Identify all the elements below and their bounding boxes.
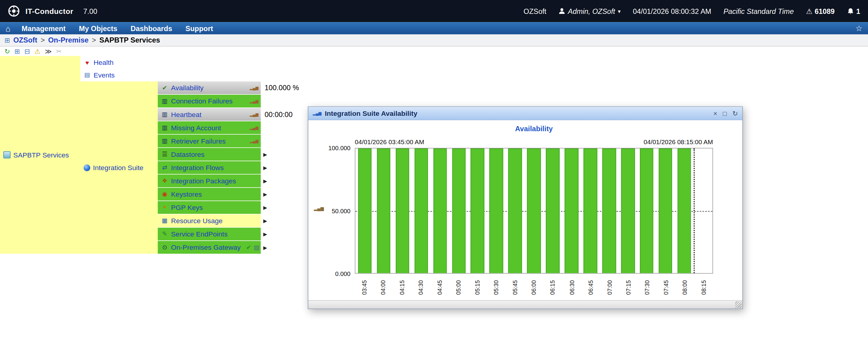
chart-mini-icon[interactable]: ▂▄▆ — [250, 99, 258, 103]
chart-bar-slot — [656, 148, 675, 273]
chart-bar-slot — [581, 148, 600, 273]
gateway-icon: ⊙ — [161, 244, 168, 251]
x-tick: 05:15 — [468, 277, 487, 301]
tree-item-events[interactable]: ▤ Events — [80, 69, 158, 81]
x-tick: 07:15 — [619, 277, 638, 301]
chart-bar-slot — [487, 148, 506, 273]
tree-item-health-link[interactable]: Health — [93, 58, 113, 66]
chart-mini-icon[interactable]: ▂▄▆ — [250, 113, 258, 116]
chart-range-labels: 04/01/2026 03:45:00 AM 04/01/2026 08:15:… — [355, 138, 713, 145]
tree-view-icon[interactable]: ⊞ — [14, 48, 20, 55]
metric-cell-connection-failures[interactable]: ▥Connection Failures▂▄▆ — [158, 95, 261, 107]
tree-group-cell[interactable]: Integration Suite — [80, 81, 158, 254]
breadcrumb-item-on-premise[interactable]: On-Premise — [48, 36, 89, 44]
x-tick-label: 04:45 — [436, 280, 443, 295]
breadcrumb-item-ozsoft[interactable]: OZSoft — [13, 36, 37, 44]
expand-arrow[interactable]: ▶ — [261, 241, 270, 254]
chart-bar-slot — [600, 148, 618, 273]
heartbeat-value: 00:00:00 — [265, 108, 293, 121]
resize-handle[interactable] — [735, 301, 742, 308]
metric-cell-availability[interactable]: ✔Availability▂▄▆ — [158, 81, 261, 94]
expand-arrow[interactable]: ▶ — [261, 148, 270, 161]
metric-link-retriever-failures[interactable]: Retriever Failures — [171, 137, 226, 145]
grid-view-icon[interactable]: ⊟ — [24, 48, 30, 55]
org-name[interactable]: OZSoft — [524, 7, 547, 16]
expand-arrow[interactable]: ▶ — [261, 161, 270, 174]
x-tick-label: 04:00 — [380, 280, 386, 295]
metric-cell-resource-usage[interactable]: ▦Resource Usage — [158, 215, 261, 227]
favorite-star-icon[interactable]: ☆ — [856, 24, 863, 33]
metric-link-availability[interactable]: Availability — [171, 84, 204, 92]
chart-bar — [584, 148, 597, 273]
check-icon: ✔ — [161, 84, 168, 91]
metric-link-heartbeat[interactable]: Heartbeat — [171, 110, 202, 118]
window-title-bar[interactable]: ▂▄▆ Integration Suite Availability ×□↻ — [308, 107, 742, 120]
metric-link-integration-packages[interactable]: Integration Packages — [171, 177, 236, 185]
user-menu[interactable]: Admin, OZSoft ▾ — [558, 7, 621, 16]
metric-link-integration-flows[interactable]: Integration Flows — [171, 164, 224, 172]
metric-cell-pgp-keys[interactable]: ✦PGP Keys — [158, 201, 261, 214]
metric-link-missing-account[interactable]: Missing Account — [171, 124, 221, 132]
metric-link-on-premises-gateway[interactable]: On-Premises Gateway — [171, 244, 241, 251]
chart-mini-icon[interactable]: ▂▄▆ — [250, 86, 258, 90]
x-tick: 06:30 — [562, 277, 581, 301]
expand-arrow[interactable]: ▶ — [261, 201, 270, 214]
home-icon[interactable]: ⌂ — [5, 24, 10, 33]
expand-all-icon[interactable]: ≫ — [45, 48, 52, 55]
tree-root-link[interactable]: SAPBTP Services — [13, 151, 69, 159]
metric-link-datastores[interactable]: Datastores — [171, 150, 205, 158]
x-tick-label: 03:45 — [361, 280, 368, 295]
metric-cell-on-premises-gateway[interactable]: ⊙On-Premises Gateway✔▤ — [158, 241, 261, 254]
nav-item-management[interactable]: Management — [22, 24, 66, 33]
window-refresh-icon[interactable]: ↻ — [733, 110, 738, 117]
datetime: 04/01/2026 08:00:32 AM — [633, 7, 711, 16]
metric-line-availability: ✔Availability▂▄▆ — [158, 81, 270, 94]
datastore-icon: ☰ — [161, 151, 168, 158]
nav-item-my-objects[interactable]: My Objects — [79, 24, 117, 33]
metric-link-resource-usage[interactable]: Resource Usage — [171, 217, 223, 225]
metric-cell-missing-account[interactable]: ▥Missing Account▂▄▆ — [158, 121, 261, 134]
tree-item-events-link[interactable]: Events — [93, 71, 115, 79]
chart-bar-slot — [450, 148, 468, 273]
metric-link-keystores[interactable]: Keystores — [171, 190, 202, 198]
nav-item-dashboards[interactable]: Dashboards — [130, 24, 172, 33]
alerts-filter-icon[interactable]: ⚠ — [34, 48, 40, 55]
metric-cell-service-endpoints[interactable]: ✎Service EndPoints — [158, 228, 261, 241]
x-tick: 04:30 — [411, 277, 430, 301]
chart-mini-icon[interactable]: ▂▄▆ — [250, 126, 258, 130]
app-logo-icon — [8, 5, 20, 17]
metric-line-retriever-failures: ▥Retriever Failures▂▄▆ — [158, 135, 270, 147]
x-tick-label: 07:00 — [606, 280, 613, 295]
metric-cell-datastores[interactable]: ☰Datastores — [158, 148, 261, 161]
window-close-icon[interactable]: × — [713, 110, 717, 117]
y-tick-label: 100.000 — [329, 144, 350, 151]
metric-cell-keystores[interactable]: ◉Keystores — [158, 188, 261, 201]
expand-arrow[interactable]: ▶ — [261, 188, 270, 201]
x-tick-label: 05:00 — [455, 280, 462, 295]
tree-root-cell[interactable]: SAPBTP Services — [0, 56, 80, 254]
alerts-indicator[interactable]: ⚠ 61089 — [806, 7, 835, 16]
chart-bar-slot — [431, 148, 450, 273]
refresh-icon[interactable]: ↻ — [4, 48, 10, 55]
chart-bar — [602, 148, 616, 273]
window-maximize-icon[interactable]: □ — [723, 110, 727, 117]
metric-cell-retriever-failures[interactable]: ▥Retriever Failures▂▄▆ — [158, 135, 261, 147]
tree-group-link[interactable]: Integration Suite — [93, 164, 144, 172]
window-title: Integration Suite Availability — [325, 110, 710, 117]
chart-mini-icon[interactable]: ▂▄▆ — [250, 139, 258, 143]
chart-bar — [471, 148, 484, 273]
nav-item-support[interactable]: Support — [185, 24, 213, 33]
metric-cell-integration-flows[interactable]: ⇄Integration Flows — [158, 161, 261, 174]
notifications-indicator[interactable]: 1 — [847, 7, 861, 16]
metric-link-service-endpoints[interactable]: Service EndPoints — [171, 230, 228, 238]
tree-item-health[interactable]: ♥ Health — [80, 56, 158, 69]
expand-arrow[interactable]: ▶ — [261, 215, 270, 227]
metric-cell-integration-packages[interactable]: ❖Integration Packages — [158, 175, 261, 187]
detach-icon[interactable]: ✂ — [56, 48, 61, 55]
metric-link-pgp-keys[interactable]: PGP Keys — [171, 204, 203, 211]
metric-link-connection-failures[interactable]: Connection Failures — [171, 97, 233, 105]
expand-arrow[interactable]: ▶ — [261, 175, 270, 187]
expand-arrow[interactable]: ▶ — [261, 228, 270, 241]
app-version: 7.00 — [83, 7, 97, 16]
metric-cell-heartbeat[interactable]: ▥Heartbeat▂▄▆ — [158, 108, 261, 121]
